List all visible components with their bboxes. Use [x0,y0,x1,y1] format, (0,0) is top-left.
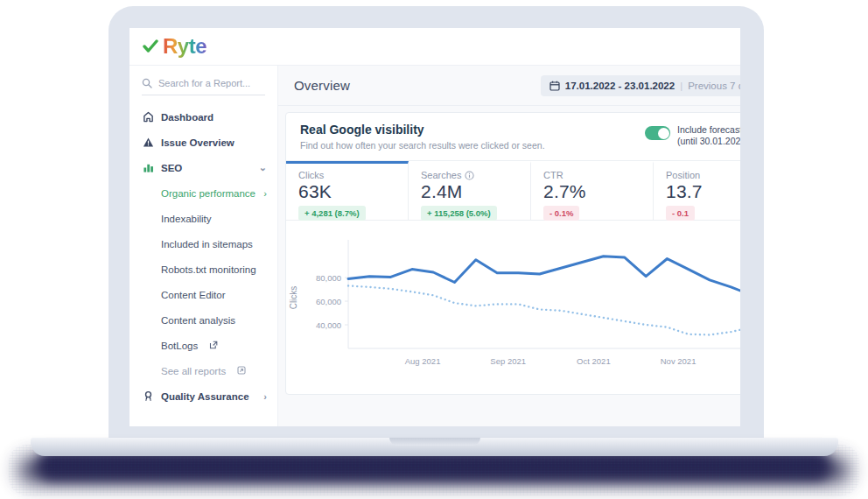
include-forecast-toggle[interactable] [645,126,670,140]
sidebar-item-label: Dashboard [161,112,214,123]
card-subtitle: Find out how often your search results w… [300,140,740,151]
sidebar-item-quality-assurance[interactable]: Quality Assurance › [130,383,277,409]
svg-text:Aug 2021: Aug 2021 [405,356,441,366]
home-icon [142,111,154,123]
date-compare-label: Previous 7 days [688,81,740,91]
svg-text:Clicks: Clicks [289,286,298,310]
sidebar: Search for a Report... Dashboard Issue O… [130,66,278,426]
sidebar-item-label: SEO [161,163,182,173]
date-separator: | [680,81,682,91]
svg-text:Sep 2021: Sep 2021 [490,356,526,366]
chevron-right-icon: › [263,188,267,199]
sidebar-item-label: BotLogs [161,341,198,351]
sidebar-item-label: See all reports [161,366,226,376]
sidebar-item-label: Quality Assurance [161,391,249,402]
laptop-base-notch [389,438,480,446]
sidebar-item-label: Indexability [161,214,212,224]
metric-label: Searches [421,170,461,180]
sidebar-item-see-all-reports[interactable]: See all reports [130,358,277,383]
sidebar-item-included-in-sitemaps[interactable]: Included in sitemaps [130,231,277,257]
date-range-picker[interactable]: 17.01.2022 - 23.01.2022 | Previous 7 day… [541,75,740,96]
laptop-bezel: Ryte Search for a Report... [108,6,764,439]
sidebar-item-label: Robots.txt monitoring [161,264,256,275]
metric-value: 2.4M [421,181,518,202]
metric-label: Clicks [298,170,324,180]
metric-tab-position[interactable]: Position 13.7 - 0.1 [654,161,740,220]
clicks-chart-block: 40,00060,00080,000Aug 2021Sep 2021Oct 20… [286,221,740,394]
svg-text:80,000: 80,000 [316,273,341,283]
sidebar-item-indexability[interactable]: Indexability [130,206,277,231]
external-link-icon [209,341,218,351]
card-title: Real Google visibility [300,123,740,137]
sidebar-item-dashboard[interactable]: Dashboard [130,104,277,130]
sidebar-item-label: Organic performance [161,188,256,199]
metric-delta-badge: - 0.1% [543,206,579,221]
metric-value: 13.7 [666,181,740,202]
calendar-icon [550,81,560,91]
laptop-screen: Ryte Search for a Report... [130,28,740,426]
metric-tab-clicks[interactable]: Clicks 63K + 4,281 (8.7%) [286,161,409,220]
toggle-knob [658,128,669,139]
svg-text:40,000: 40,000 [316,320,341,330]
sidebar-item-organic-performance[interactable]: Organic performance › [130,180,277,206]
sidebar-item-robots-txt-monitoring[interactable]: Robots.txt monitoring [130,257,277,282]
metric-label: CTR [543,170,564,180]
forecast-label-line1: Include forecast [677,124,740,136]
laptop-base [31,438,838,456]
metric-tab-ctr[interactable]: CTR 2.7% - 0.1% [531,161,654,220]
metric-delta-badge: + 115,258 (5.0%) [421,206,497,221]
svg-text:60,000: 60,000 [316,297,341,306]
visibility-card-header: Real Google visibility Find out how ofte… [286,113,740,160]
open-report-icon [237,366,246,376]
app-topbar: Ryte [130,28,740,66]
metric-value: 63K [298,181,396,202]
metric-label: Position [666,170,700,180]
checkmark-icon [143,39,158,53]
svg-text:Oct 2021: Oct 2021 [577,356,611,366]
warning-icon [142,137,154,148]
sidebar-item-label: Content Editor [161,290,226,300]
report-search-input[interactable]: Search for a Report... [142,78,265,95]
sidebar-item-content-editor[interactable]: Content Editor [130,282,277,307]
app-body: Search for a Report... Dashboard Issue O… [130,66,740,426]
ryte-logo[interactable]: Ryte [143,34,206,59]
award-icon [142,390,154,402]
sidebar-item-botlogs[interactable]: BotLogs [130,333,277,358]
sidebar-item-label: Issue Overview [161,137,234,148]
metric-delta-badge: + 4,281 (8.7%) [298,206,366,221]
page: Ryte Search for a Report... [0,0,868,499]
sidebar-item-label: Content analysis [161,315,235,326]
chevron-down-icon: ⌄ [259,162,267,173]
sidebar-item-seo[interactable]: SEO ⌄ [130,155,277,180]
date-range-value: 17.01.2022 - 23.01.2022 [565,81,675,91]
bar-chart-icon [142,162,154,173]
chevron-right-icon: › [263,391,267,402]
main-area: Overview 17.01.2022 - 23.01.2022 | Previ… [278,66,740,426]
forecast-label-line2: (until 30.01.2022) [677,136,740,147]
visibility-chart: 40,00060,00080,000Aug 2021Sep 2021Oct 20… [286,235,740,389]
sidebar-item-label: Included in sitemaps [161,239,253,249]
metric-delta-badge: - 0.1 [666,206,695,221]
search-placeholder: Search for a Report... [158,78,250,88]
metric-tabs: Clicks 63K + 4,281 (8.7%) Searches [286,160,740,221]
info-icon [465,171,474,180]
svg-text:Nov 2021: Nov 2021 [661,356,696,366]
metric-value: 2.7% [543,181,640,202]
visibility-card: Real Google visibility Find out how ofte… [285,112,740,395]
sidebar-item-issue-overview[interactable]: Issue Overview [130,130,277,155]
brand-name: Ryte [163,34,206,59]
search-icon [142,78,152,88]
page-title: Overview [294,78,350,93]
forecast-toggle-label: Include forecast (until 30.01.2022) [677,124,740,147]
sidebar-item-content-analysis[interactable]: Content analysis [130,307,277,333]
main-header: Overview 17.01.2022 - 23.01.2022 | Previ… [278,66,740,106]
metric-tab-searches[interactable]: Searches 2.4M + 115,258 (5.0%) [409,161,531,220]
